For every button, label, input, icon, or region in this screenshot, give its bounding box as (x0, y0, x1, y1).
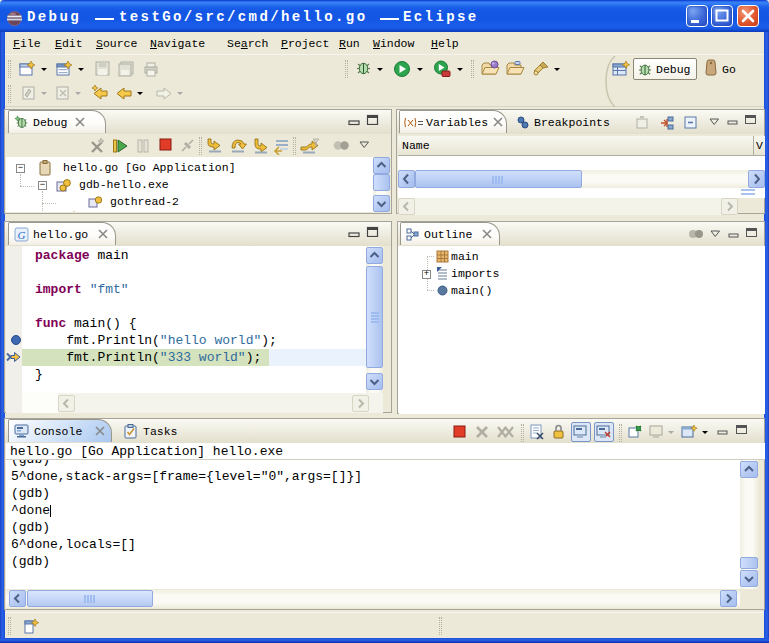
svg-text:G: G (18, 229, 26, 241)
